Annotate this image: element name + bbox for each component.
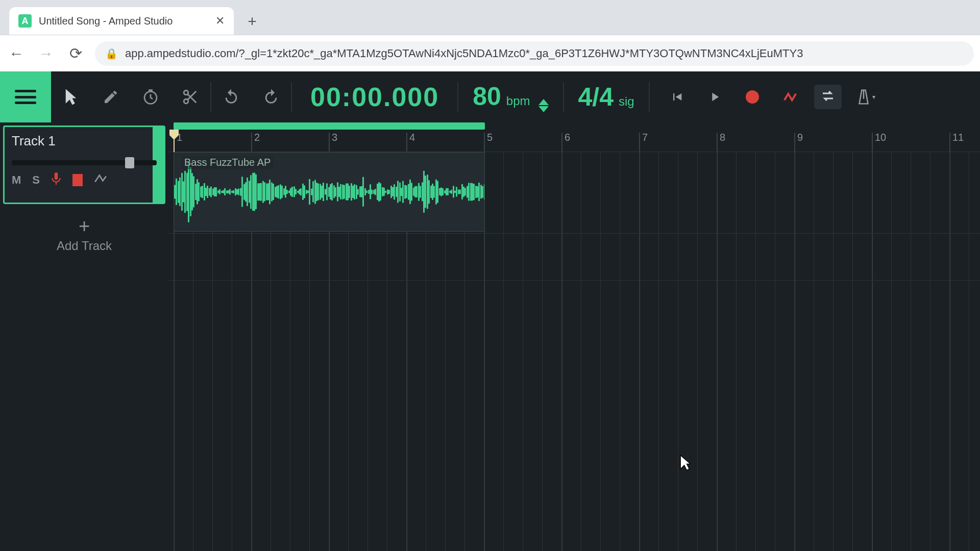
pointer-tool[interactable] bbox=[51, 71, 91, 122]
bar-label: 2 bbox=[254, 132, 260, 143]
bar-label: 3 bbox=[332, 132, 337, 143]
solo-button[interactable]: S bbox=[32, 173, 40, 187]
automation-button[interactable] bbox=[772, 89, 808, 105]
play-button[interactable] bbox=[697, 90, 732, 104]
arrangement-area[interactable]: Bass FuzzTube AP bbox=[168, 152, 980, 551]
loop-button[interactable] bbox=[810, 85, 846, 109]
chevron-down-icon: ▾ bbox=[872, 93, 875, 101]
loop-icon bbox=[814, 85, 842, 109]
loop-region[interactable] bbox=[174, 122, 485, 130]
bar-tick bbox=[949, 133, 950, 152]
add-track-button[interactable]: + Add Track bbox=[0, 216, 168, 253]
track-name[interactable]: Track 1 bbox=[12, 133, 157, 149]
pencil-tool[interactable] bbox=[91, 71, 131, 122]
bpm-label: bpm bbox=[506, 94, 530, 108]
favicon: A bbox=[18, 14, 32, 28]
url-text: app.ampedstudio.com/?_gl=1*zkt20c*_ga*MT… bbox=[125, 47, 803, 60]
new-tab-button[interactable]: + bbox=[242, 11, 262, 32]
bar-tick bbox=[639, 133, 640, 152]
bar-label: 11 bbox=[952, 132, 964, 143]
add-track-label: Add Track bbox=[0, 239, 168, 253]
bar-tick bbox=[872, 133, 873, 152]
track-header[interactable]: Track 1 M S bbox=[3, 126, 165, 204]
arm-record-button[interactable] bbox=[51, 172, 61, 188]
timeline-ruler[interactable]: 1234567891011 bbox=[168, 122, 980, 152]
volume-slider[interactable] bbox=[12, 160, 157, 165]
forward-button[interactable]: → bbox=[36, 43, 56, 64]
back-button[interactable]: ← bbox=[6, 43, 27, 64]
bar-label: 7 bbox=[642, 132, 648, 143]
time-display[interactable]: 00:00.000 bbox=[292, 82, 457, 112]
bar-label: 10 bbox=[875, 132, 886, 143]
redo-button[interactable] bbox=[251, 71, 291, 122]
record-button[interactable] bbox=[734, 90, 770, 104]
browser-tab[interactable]: A Untitled Song - Amped Studio ✕ bbox=[9, 7, 234, 35]
chevron-up-icon[interactable] bbox=[538, 99, 549, 105]
undo-button[interactable] bbox=[211, 71, 251, 122]
timesig-control[interactable]: 4/4 sig bbox=[564, 82, 649, 112]
empty-lane[interactable] bbox=[168, 234, 980, 281]
bar-label: 6 bbox=[565, 132, 570, 143]
daw-app: 00:00.000 80 bpm 4/4 sig bbox=[0, 71, 980, 551]
mute-button[interactable]: M bbox=[12, 173, 21, 187]
bar-tick bbox=[484, 133, 485, 152]
bar-tick bbox=[794, 133, 795, 152]
bar-label: 8 bbox=[720, 132, 725, 143]
clip-label: Bass FuzzTube AP bbox=[181, 156, 274, 169]
go-to-start-button[interactable] bbox=[659, 90, 695, 104]
track-lane[interactable]: Bass FuzzTube AP bbox=[168, 152, 980, 234]
timesig-value: 4/4 bbox=[578, 82, 614, 112]
bar-label: 4 bbox=[409, 132, 415, 143]
record-icon bbox=[746, 90, 759, 104]
bar-tick bbox=[561, 133, 562, 152]
main-toolbar: 00:00.000 80 bpm 4/4 sig bbox=[0, 71, 980, 122]
bar-tick bbox=[406, 133, 407, 152]
lock-icon: 🔒 bbox=[105, 47, 118, 60]
track-buttons: M S bbox=[12, 172, 157, 188]
browser-chrome: A Untitled Song - Amped Studio ✕ + ← → ⟳… bbox=[0, 0, 980, 71]
scissors-tool[interactable] bbox=[170, 71, 210, 122]
bpm-value: 80 bbox=[473, 82, 501, 111]
bar-label: 9 bbox=[797, 132, 803, 143]
address-row: ← → ⟳ 🔒 app.ampedstudio.com/?_gl=1*zkt20… bbox=[0, 35, 980, 71]
close-tab-icon[interactable]: ✕ bbox=[215, 14, 225, 28]
tab-title: Untitled Song - Amped Studio bbox=[39, 15, 208, 27]
automation-lane-button[interactable] bbox=[94, 173, 107, 187]
transport-controls: ▾ bbox=[650, 85, 884, 109]
menu-button[interactable] bbox=[0, 71, 51, 122]
bpm-stepper[interactable] bbox=[538, 99, 549, 112]
timesig-label: sig bbox=[619, 94, 634, 109]
metronome-button[interactable]: ▾ bbox=[848, 88, 884, 106]
midi-input-button[interactable] bbox=[72, 174, 83, 186]
bar-tick bbox=[717, 133, 718, 152]
plus-icon: + bbox=[0, 216, 168, 236]
reload-button[interactable]: ⟳ bbox=[65, 43, 86, 64]
bar-tick bbox=[251, 133, 252, 152]
tab-strip: A Untitled Song - Amped Studio ✕ + bbox=[0, 0, 980, 35]
hamburger-icon bbox=[15, 90, 36, 104]
volume-knob[interactable] bbox=[125, 157, 134, 168]
stopwatch-tool[interactable] bbox=[131, 71, 170, 122]
chevron-down-icon[interactable] bbox=[538, 106, 549, 112]
address-bar[interactable]: 🔒 app.ampedstudio.com/?_gl=1*zkt20c*_ga*… bbox=[95, 41, 974, 66]
audio-clip[interactable]: Bass FuzzTube AP bbox=[174, 152, 485, 232]
bar-label: 5 bbox=[487, 132, 493, 143]
bar-tick bbox=[329, 133, 330, 152]
track-panel: Track 1 M S + Add Track bbox=[0, 122, 168, 551]
tempo-control[interactable]: 80 bpm bbox=[458, 82, 562, 112]
